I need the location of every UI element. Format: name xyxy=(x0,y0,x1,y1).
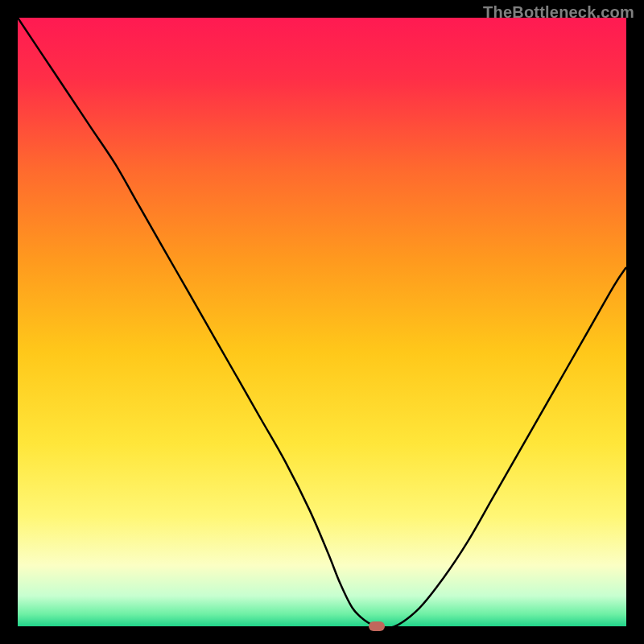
chart-frame: TheBottleneck.com xyxy=(0,0,644,644)
plot-area xyxy=(18,18,626,626)
optimal-marker xyxy=(369,621,385,631)
chart-svg xyxy=(18,18,626,626)
bottleneck-curve xyxy=(18,18,626,626)
watermark-text: TheBottleneck.com xyxy=(483,3,634,22)
